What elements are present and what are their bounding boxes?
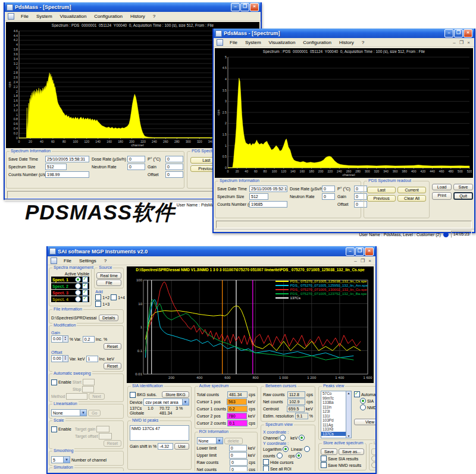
save-sia-results-checkbox[interactable] [321, 456, 327, 462]
sia-mode-dropdown[interactable]: csv peak net area▼ [143, 398, 189, 406]
mdi-child-controls[interactable]: ‒ ❐ × [453, 40, 471, 45]
menu-file[interactable]: File [20, 14, 30, 19]
menu-configuration[interactable]: Configuration [302, 40, 333, 45]
nmd-radio[interactable] [360, 404, 366, 410]
visible-checkbox[interactable] [82, 296, 88, 302]
bkg-subs-checkbox[interactable] [130, 392, 136, 398]
offset-inc-field[interactable]: 1 [86, 356, 98, 362]
current-button[interactable]: Current [397, 187, 426, 193]
counts-radio[interactable] [277, 453, 283, 459]
spectrum-row-3[interactable]: Spect. 3 [51, 290, 89, 296]
load-button[interactable]: Load [432, 184, 452, 190]
save-nmd-results-checkbox[interactable] [321, 462, 327, 468]
view-energies-button[interactable]: View energies [354, 419, 375, 425]
last-button[interactable]: Last [367, 187, 396, 193]
gain-field[interactable]: 0 [165, 164, 183, 170]
save-date-field[interactable]: 25/11/2005 05:52:16 [249, 186, 287, 192]
spectrum-row-4[interactable]: Spect. 4 [51, 296, 89, 302]
peaks-listbox[interactable]: 57Co 99mTc 133Ba 111In 123I 131I 103Pd 1… [321, 391, 352, 438]
see-all-roi-checkbox[interactable] [263, 466, 269, 471]
size-field[interactable]: 512 [249, 193, 268, 200]
real-time-button[interactable]: Real time [96, 272, 121, 279]
temp-field[interactable]: 0 [165, 156, 183, 162]
menu-help[interactable]: ? [103, 258, 108, 263]
spectrum-row-2[interactable]: Spect. 2 [51, 283, 89, 289]
size-field[interactable]: 512 [45, 164, 67, 170]
cps-radio[interactable] [296, 453, 302, 459]
gain-reset-button[interactable]: Reset [104, 343, 121, 350]
save-button[interactable]: Save [321, 448, 337, 455]
menu-history[interactable]: History [338, 40, 355, 45]
offset-field[interactable]: 0 [165, 171, 183, 178]
titlebar[interactable]: PdsMass - [Spectrum] – ❐ × [5, 2, 261, 12]
file-button[interactable]: File [96, 280, 121, 286]
minimize-button[interactable]: – [444, 29, 453, 37]
sweeping-enable-checkbox[interactable] [51, 379, 57, 385]
linearisation-dropdown[interactable]: None▼ [51, 409, 87, 416]
menu-settings[interactable]: Settings [78, 258, 98, 263]
spectrum-row-1[interactable]: Spect. 1 [51, 277, 89, 282]
visible-checkbox[interactable] [82, 283, 88, 289]
mdi-child-controls[interactable]: ‒ ❐ × [354, 258, 372, 263]
active-radio[interactable] [75, 290, 81, 296]
offset-spinner[interactable]: 0.00▲▼ [51, 355, 68, 362]
roi-lower-field[interactable]: 0 [229, 445, 247, 451]
hide-cursors-checkbox[interactable] [263, 459, 269, 465]
clear-all-button[interactable]: Clear All [397, 195, 426, 202]
active-radio[interactable] [75, 296, 81, 302]
offset-reset-button[interactable]: Reset [104, 363, 121, 369]
maximize-button[interactable]: ❐ [240, 3, 249, 11]
menu-configuration[interactable]: Configuration [93, 14, 124, 19]
auto-peaks-checkbox[interactable] [354, 391, 360, 397]
roi-upper-field[interactable]: 0 [229, 452, 247, 459]
details-button[interactable]: Details [99, 315, 118, 321]
channel-radio[interactable] [280, 435, 286, 441]
neutron-field[interactable]: 0 [127, 164, 145, 170]
save-as-button[interactable]: Save as... [339, 448, 364, 455]
previous-button[interactable]: Previous [367, 195, 396, 202]
menu-help[interactable]: ? [152, 14, 156, 19]
sia-radio[interactable] [360, 398, 366, 404]
add-1-4-checkbox[interactable] [111, 294, 117, 300]
roi-dropdown[interactable]: None▼ [197, 437, 223, 444]
smoothing-dropdown[interactable]: 5▼ [51, 456, 70, 463]
gain-shift-field[interactable]: -4.32 [158, 443, 173, 450]
gain-spinner[interactable]: 0.00▲▼ [51, 335, 68, 343]
minimize-button[interactable]: – [231, 3, 240, 11]
print-button[interactable]: Print [432, 192, 452, 200]
scale-enable-checkbox[interactable] [51, 426, 57, 432]
neutron-field[interactable]: 0 [322, 193, 335, 200]
titlebar[interactable]: PdsMass - [Spectrum] – ❐ × [214, 29, 474, 38]
active-radio[interactable] [75, 277, 81, 282]
listbox-scrollbar[interactable]: ▲▼ [346, 391, 351, 438]
close-button[interactable]: × [464, 29, 472, 37]
menu-file[interactable]: File [62, 258, 73, 263]
dose-field[interactable]: 0 [127, 156, 145, 162]
dose-field[interactable]: 0 [322, 186, 335, 192]
linear-radio[interactable] [304, 446, 310, 452]
menu-help[interactable]: ? [361, 40, 365, 45]
menu-visualization[interactable]: Visualization [268, 40, 297, 45]
menu-system[interactable]: System [244, 40, 262, 45]
minimize-button[interactable]: – [346, 247, 355, 256]
menu-system[interactable]: System [35, 14, 54, 19]
counts-field[interactable]: 198.99 [45, 171, 89, 178]
menu-visualization[interactable]: Visualization [59, 14, 88, 19]
menu-history[interactable]: History [129, 14, 146, 19]
maximize-button[interactable]: ❐ [454, 29, 463, 37]
close-button[interactable]: × [250, 3, 259, 11]
kev-radio[interactable] [299, 435, 305, 441]
close-button[interactable]: × [365, 247, 374, 256]
store-bkg-button[interactable]: Store BKG [162, 391, 189, 398]
menu-file[interactable]: File [228, 40, 239, 45]
add-1-3-checkbox[interactable] [95, 301, 101, 307]
save-date-field[interactable]: 25/10/2005 15:58:31 [45, 156, 89, 162]
maximize-button[interactable]: ❐ [355, 247, 364, 256]
visible-checkbox[interactable] [82, 290, 88, 296]
counts-field[interactable]: 19685 [249, 201, 287, 208]
logarithm-radio[interactable] [283, 446, 289, 452]
spectrum-chart[interactable]: 00.511.522.533.544.550204060801001201401… [216, 55, 472, 177]
save-button[interactable]: Save [453, 184, 473, 190]
use-button[interactable]: Use [174, 443, 189, 450]
gain-inc-field[interactable]: 0.2 [83, 336, 95, 343]
